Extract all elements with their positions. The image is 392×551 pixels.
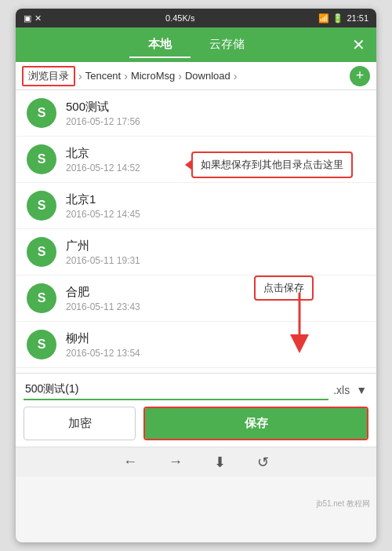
file-info: 500测试 2016-05-12 17:56 xyxy=(66,100,365,127)
file-icon: S xyxy=(27,191,56,221)
nav-close-button[interactable]: ✕ xyxy=(352,35,365,54)
list-item[interactable]: S 500测试 2016-05-12 17:56 xyxy=(16,90,376,137)
tab-cloud[interactable]: 云存储 xyxy=(191,32,263,58)
file-name: 北京1 xyxy=(66,192,365,207)
file-icon: S xyxy=(27,330,56,359)
list-item[interactable]: S 合肥 2016-05-11 23:43 xyxy=(16,276,376,322)
status-speed: 0.45K/s xyxy=(165,13,194,23)
file-date: 2016-05-11 23:43 xyxy=(66,301,365,312)
breadcrumb-sep3: › xyxy=(178,70,182,82)
file-icon: S xyxy=(27,144,56,174)
file-icon: S xyxy=(27,237,56,267)
file-info: 柳州 2016-05-12 13:54 xyxy=(66,331,365,359)
battery-icon: 🔋 xyxy=(332,13,343,24)
breadcrumb-path3[interactable]: Download xyxy=(185,70,230,82)
file-name: 合肥 xyxy=(66,285,365,300)
time-display: 21:51 xyxy=(347,13,368,23)
back-button[interactable]: ← xyxy=(118,452,142,472)
file-icon: S xyxy=(27,283,56,313)
watermark: jb51.net 教程网 xyxy=(317,498,370,509)
file-list: S 500测试 2016-05-12 17:56 S 北京 2016-05-12… xyxy=(16,90,376,373)
breadcrumb-root[interactable]: 浏览目录 xyxy=(22,66,75,86)
nav-tabs: 本地 云存储 xyxy=(129,32,263,58)
breadcrumb-sep4: › xyxy=(234,70,238,82)
tooltip-save-other: 如果想保存到其他目录点击这里 xyxy=(191,151,353,178)
save-tooltip: 点击保存 xyxy=(254,276,314,301)
file-date: 2016-05-11 19:31 xyxy=(66,255,365,266)
breadcrumb-path1[interactable]: Tencent xyxy=(85,70,122,82)
file-info: 广州 2016-05-11 19:31 xyxy=(66,239,365,266)
save-button-wrapper: 保存 xyxy=(143,407,368,440)
file-date: 2016-05-12 14:45 xyxy=(66,209,365,220)
status-right: 📶 🔋 21:51 xyxy=(318,13,368,24)
status-left: ▣ ✕ xyxy=(24,13,42,24)
action-row: 加密 保存 xyxy=(24,407,368,440)
file-date: 2016-05-12 13:54 xyxy=(66,348,365,359)
tab-local[interactable]: 本地 xyxy=(129,32,191,58)
bottom-area: .xls ▼ 加密 保存 xyxy=(16,373,376,447)
file-icon: S xyxy=(27,98,56,128)
file-info: 合肥 2016-05-11 23:43 xyxy=(66,285,365,312)
filename-input[interactable] xyxy=(24,380,328,400)
close-status-icon: ✕ xyxy=(34,13,42,24)
encrypt-button[interactable]: 加密 xyxy=(24,407,136,440)
file-name: 广州 xyxy=(66,239,365,254)
forward-button[interactable]: → xyxy=(164,452,187,472)
phone-container: ▣ ✕ 0.45K/s 📶 🔋 21:51 本地 云存储 ✕ 浏览目录 › Te… xyxy=(16,9,376,542)
list-item[interactable]: S 柳州 2016-05-12 13:54 xyxy=(16,322,376,368)
screen-icon: ▣ xyxy=(24,13,31,24)
breadcrumb-sep1: › xyxy=(78,70,82,82)
breadcrumb-row: 浏览目录 › Tencent › MicroMsg › Download › + xyxy=(16,62,376,90)
file-date: 2016-05-12 17:56 xyxy=(66,116,365,127)
ext-dropdown[interactable]: ▼ xyxy=(354,382,368,398)
breadcrumb-add-button[interactable]: + xyxy=(350,66,370,86)
nav-bar: 本地 云存储 ✕ xyxy=(16,27,376,62)
status-bar: ▣ ✕ 0.45K/s 📶 🔋 21:51 xyxy=(16,9,376,27)
ext-label: .xls xyxy=(333,384,350,396)
file-name: 柳州 xyxy=(66,331,365,346)
filename-row: .xls ▼ xyxy=(24,380,368,400)
download-button[interactable]: ⬇ xyxy=(209,452,230,473)
bottom-nav: ← → ⬇ ↺ xyxy=(16,447,376,476)
list-item[interactable]: S 北京1 2016-05-12 14:45 xyxy=(16,183,376,229)
file-info: 北京1 2016-05-12 14:45 xyxy=(66,192,365,220)
save-button[interactable]: 保存 xyxy=(145,408,367,439)
file-name: 500测试 xyxy=(66,100,365,115)
breadcrumb-path2[interactable]: MicroMsg xyxy=(131,70,175,82)
breadcrumb-sep2: › xyxy=(124,70,128,82)
list-item[interactable]: S 广州 2016-05-11 19:31 xyxy=(16,229,376,276)
refresh-button[interactable]: ↺ xyxy=(252,452,274,473)
wifi-icon: 📶 xyxy=(318,13,329,24)
